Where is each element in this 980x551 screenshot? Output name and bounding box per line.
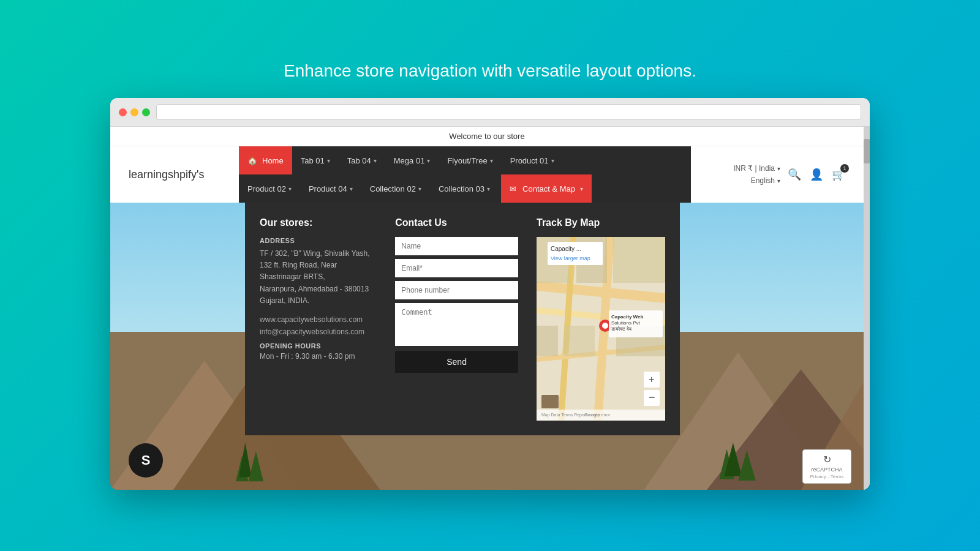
nav-collection03[interactable]: Collection 03 ▾: [430, 174, 499, 203]
map-section: Track By Map: [537, 217, 665, 421]
main-content: S Our stores: ADDRESS TF / 302, "B" Wing…: [110, 203, 864, 490]
cart-count: 1: [840, 164, 849, 173]
welcome-text: Welcome to our store: [449, 132, 524, 141]
language-selector[interactable]: English ▾: [701, 176, 780, 185]
close-button[interactable]: [119, 108, 127, 116]
svg-rect-14: [613, 237, 665, 283]
dropdown-panel: Our stores: ADDRESS TF / 302, "B" Wing, …: [245, 203, 680, 435]
address-label: ADDRESS: [260, 237, 377, 244]
nav-flyout-label: Flyout/Tree: [447, 156, 487, 165]
chevron-down-icon: ▾: [350, 186, 353, 192]
nav-home[interactable]: 🏠 Home: [239, 146, 292, 174]
phone-input[interactable]: [395, 281, 518, 299]
nav-tab01-label: Tab 01: [301, 156, 325, 165]
nav-collection02[interactable]: Collection 02 ▾: [361, 174, 430, 203]
nav-product02[interactable]: Product 02 ▾: [239, 174, 300, 203]
contact-form: Send: [395, 237, 518, 373]
email-icon: ✉: [510, 184, 516, 193]
svg-point-22: [602, 323, 608, 329]
nav-home-label: Home: [262, 156, 284, 165]
chevron-down-icon: ▾: [777, 165, 780, 172]
cart-button[interactable]: 🛒 1: [832, 168, 845, 181]
browser-chrome: [110, 98, 870, 127]
svg-rect-16: [564, 326, 595, 356]
nav-contact-map-label: Contact & Map: [522, 184, 575, 193]
svg-text:+: +: [649, 374, 654, 384]
send-button[interactable]: Send: [395, 351, 518, 373]
email-input[interactable]: [395, 259, 518, 277]
website-link[interactable]: www.capacitywebsolutions.com: [260, 315, 377, 324]
welcome-bar: Welcome to our store: [110, 127, 864, 146]
language-label: English: [751, 176, 775, 185]
recaptcha-icon: ↻: [823, 454, 831, 465]
recaptcha-links: Privacy - Terms: [810, 474, 844, 479]
svg-text:Capacity Web: Capacity Web: [611, 314, 643, 320]
nav-flyout[interactable]: Flyout/Tree ▾: [439, 146, 501, 174]
map-container[interactable]: Capacity ... View larger map Capacity We…: [537, 237, 665, 421]
minimize-button[interactable]: [130, 108, 138, 116]
url-bar[interactable]: [156, 104, 861, 120]
svg-text:Map Data  Terms  Report a map : Map Data Terms Report a map error: [541, 413, 611, 418]
nav-row-1: 🏠 Home Tab 01 ▾ Tab 04 ▾ Mega 01: [239, 146, 691, 174]
nav-product04-label: Product 04: [309, 184, 347, 193]
comment-input[interactable]: [395, 303, 518, 346]
search-icon[interactable]: 🔍: [788, 168, 801, 181]
nav-mega01-label: Mega 01: [394, 156, 425, 165]
nav-collection03-label: Collection 03: [439, 184, 484, 193]
svg-text:Solutions Pvt: Solutions Pvt: [611, 320, 640, 326]
shopify-letter: S: [141, 452, 151, 468]
email-link[interactable]: info@capacitywebsolutions.com: [260, 328, 377, 336]
recaptcha-label: reCAPTCHA: [811, 467, 842, 473]
nav-row-2: Product 02 ▾ Product 04 ▾ Collection 02 …: [239, 174, 691, 203]
browser-window: Welcome to our store learningshpify's 🏠 …: [110, 98, 870, 490]
chevron-down-icon: ▾: [487, 186, 490, 192]
svg-text:View larger map: View larger map: [551, 255, 590, 261]
nav-contact-map[interactable]: ✉ Contact & Map ▾: [501, 174, 592, 203]
scrollbar[interactable]: [864, 127, 870, 490]
navigation: 🏠 Home Tab 01 ▾ Tab 04 ▾ Mega 01: [239, 146, 691, 203]
svg-rect-31: [541, 395, 559, 408]
maximize-button[interactable]: [142, 108, 150, 116]
contact-title: Contact Us: [395, 217, 518, 228]
currency-selector[interactable]: INR ₹ | India ▾: [701, 164, 780, 173]
store-logo[interactable]: learningshpify's: [129, 156, 239, 193]
nav-tab01[interactable]: Tab 01 ▾: [292, 146, 339, 174]
user-icon[interactable]: 👤: [810, 168, 823, 181]
scrollbar-thumb[interactable]: [864, 139, 870, 163]
nav-tab04[interactable]: Tab 04 ▾: [339, 146, 385, 174]
chevron-down-icon: ▾: [418, 186, 421, 192]
svg-text:डायरेक्ट वेब: डायरेक्ट वेब: [611, 326, 632, 332]
stores-title: Our stores:: [260, 217, 377, 228]
header-currency-lang: INR ₹ | India ▾ English ▾: [701, 164, 780, 185]
nav-mega01[interactable]: Mega 01 ▾: [385, 146, 439, 174]
recaptcha: ↻ reCAPTCHA Privacy - Terms: [802, 449, 851, 484]
nav-product01[interactable]: Product 01 ▾: [502, 146, 563, 174]
chevron-down-icon: ▾: [427, 157, 430, 164]
nav-product01-label: Product 01: [510, 156, 549, 165]
home-icon: 🏠: [247, 156, 257, 165]
store-name: learningshpify's: [129, 168, 205, 181]
shopify-logo: S: [129, 443, 163, 478]
chevron-down-icon: ▾: [490, 157, 493, 164]
chevron-down-icon: ▾: [580, 186, 583, 192]
name-input[interactable]: [395, 237, 518, 255]
svg-rect-15: [537, 326, 558, 356]
chevron-down-icon: ▾: [374, 157, 377, 164]
currency-label: INR ₹ | India: [733, 164, 775, 173]
svg-text:−: −: [649, 391, 655, 403]
nav-product02-label: Product 02: [247, 184, 286, 193]
nav-product04[interactable]: Product 04 ▾: [300, 174, 361, 203]
chevron-down-icon: ▾: [551, 157, 554, 164]
header-icons: 🔍 👤 🛒 1: [788, 168, 845, 181]
address-text: TF / 302, "B" Wing, Shivalik Yash, 132 f…: [260, 248, 377, 307]
chevron-down-icon: ▾: [288, 186, 292, 192]
headline: Enhance store navigation with versatile …: [284, 61, 696, 81]
nav-tab04-label: Tab 04: [347, 156, 371, 165]
chevron-down-icon: ▾: [327, 157, 330, 164]
svg-text:Capacity ...: Capacity ...: [551, 246, 581, 252]
contact-section: Contact Us Send: [395, 217, 518, 421]
window-controls: [119, 108, 150, 116]
nav-collection02-label: Collection 02: [370, 184, 416, 193]
map-title: Track By Map: [537, 217, 665, 228]
stores-section: Our stores: ADDRESS TF / 302, "B" Wing, …: [260, 217, 377, 421]
